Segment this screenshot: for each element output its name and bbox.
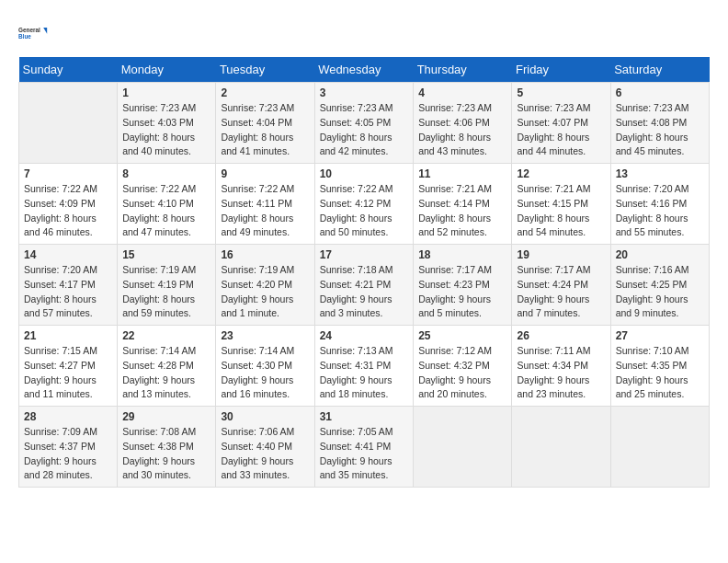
day-number: 10 [320,167,409,180]
day-number: 5 [517,86,605,99]
day-cell: 17Sunrise: 7:18 AMSunset: 4:21 PMDayligh… [314,245,414,326]
day-info: Sunrise: 7:14 AMSunset: 4:28 PMDaylight:… [122,344,210,402]
day-info: Sunrise: 7:22 AMSunset: 4:11 PMDaylight:… [221,182,309,240]
day-cell: 3Sunrise: 7:23 AMSunset: 4:05 PMDaylight… [314,83,414,164]
day-number: 28 [24,410,112,423]
day-cell [512,407,610,488]
day-cell: 27Sunrise: 7:10 AMSunset: 4:35 PMDayligh… [610,326,709,407]
day-info: Sunrise: 7:13 AMSunset: 4:31 PMDaylight:… [320,344,409,402]
day-number: 11 [418,167,506,180]
day-info: Sunrise: 7:06 AMSunset: 4:40 PMDaylight:… [221,425,309,483]
day-number: 13 [616,167,704,180]
day-info: Sunrise: 7:17 AMSunset: 4:24 PMDaylight:… [517,263,605,321]
weekday-header-friday: Friday [512,57,610,83]
day-cell: 10Sunrise: 7:22 AMSunset: 4:12 PMDayligh… [314,164,414,245]
day-cell: 31Sunrise: 7:05 AMSunset: 4:41 PMDayligh… [314,407,414,488]
day-cell: 12Sunrise: 7:21 AMSunset: 4:15 PMDayligh… [512,164,610,245]
day-cell: 18Sunrise: 7:17 AMSunset: 4:23 PMDayligh… [414,245,512,326]
day-number: 1 [122,86,210,99]
day-cell: 20Sunrise: 7:16 AMSunset: 4:25 PMDayligh… [610,245,709,326]
day-cell: 4Sunrise: 7:23 AMSunset: 4:06 PMDaylight… [414,83,512,164]
calendar-table: SundayMondayTuesdayWednesdayThursdayFrid… [18,57,710,488]
week-row-1: 1Sunrise: 7:23 AMSunset: 4:03 PMDaylight… [19,83,710,164]
weekday-header-wednesday: Wednesday [314,57,414,83]
day-info: Sunrise: 7:08 AMSunset: 4:38 PMDaylight:… [122,425,210,483]
day-info: Sunrise: 7:16 AMSunset: 4:25 PMDaylight:… [616,263,704,321]
day-info: Sunrise: 7:19 AMSunset: 4:20 PMDaylight:… [221,263,309,321]
day-number: 25 [418,329,506,342]
day-cell: 7Sunrise: 7:22 AMSunset: 4:09 PMDaylight… [19,164,118,245]
day-info: Sunrise: 7:23 AMSunset: 4:07 PMDaylight:… [517,101,605,159]
day-number: 30 [221,410,309,423]
day-number: 12 [517,167,605,180]
day-cell: 28Sunrise: 7:09 AMSunset: 4:37 PMDayligh… [19,407,118,488]
weekday-header-thursday: Thursday [414,57,512,83]
day-cell: 1Sunrise: 7:23 AMSunset: 4:03 PMDaylight… [118,83,216,164]
day-number: 4 [418,86,506,99]
day-info: Sunrise: 7:23 AMSunset: 4:04 PMDaylight:… [221,101,309,159]
week-row-5: 28Sunrise: 7:09 AMSunset: 4:37 PMDayligh… [19,407,710,488]
day-number: 20 [616,248,704,261]
day-number: 26 [517,329,605,342]
day-info: Sunrise: 7:20 AMSunset: 4:16 PMDaylight:… [616,182,704,240]
svg-text:General: General [18,27,40,33]
day-info: Sunrise: 7:23 AMSunset: 4:06 PMDaylight:… [418,101,506,159]
day-number: 6 [616,86,704,99]
day-cell: 11Sunrise: 7:21 AMSunset: 4:14 PMDayligh… [414,164,512,245]
day-cell: 13Sunrise: 7:20 AMSunset: 4:16 PMDayligh… [610,164,709,245]
day-info: Sunrise: 7:19 AMSunset: 4:19 PMDaylight:… [122,263,210,321]
weekday-header-monday: Monday [118,57,216,83]
day-cell: 9Sunrise: 7:22 AMSunset: 4:11 PMDaylight… [216,164,314,245]
day-cell: 24Sunrise: 7:13 AMSunset: 4:31 PMDayligh… [314,326,414,407]
day-cell: 6Sunrise: 7:23 AMSunset: 4:08 PMDaylight… [610,83,709,164]
day-number: 16 [221,248,309,261]
day-info: Sunrise: 7:15 AMSunset: 4:27 PMDaylight:… [24,344,112,402]
day-info: Sunrise: 7:22 AMSunset: 4:09 PMDaylight:… [24,182,112,240]
day-cell: 2Sunrise: 7:23 AMSunset: 4:04 PMDaylight… [216,83,314,164]
header: GeneralBlue [18,18,710,48]
day-number: 23 [221,329,309,342]
weekday-header-row: SundayMondayTuesdayWednesdayThursdayFrid… [19,57,710,83]
day-info: Sunrise: 7:21 AMSunset: 4:15 PMDaylight:… [517,182,605,240]
day-cell: 26Sunrise: 7:11 AMSunset: 4:34 PMDayligh… [512,326,610,407]
weekday-header-sunday: Sunday [19,57,118,83]
week-row-4: 21Sunrise: 7:15 AMSunset: 4:27 PMDayligh… [19,326,710,407]
day-number: 15 [122,248,210,261]
day-cell: 29Sunrise: 7:08 AMSunset: 4:38 PMDayligh… [118,407,216,488]
day-cell: 5Sunrise: 7:23 AMSunset: 4:07 PMDaylight… [512,83,610,164]
day-info: Sunrise: 7:18 AMSunset: 4:21 PMDaylight:… [320,263,409,321]
day-cell: 30Sunrise: 7:06 AMSunset: 4:40 PMDayligh… [216,407,314,488]
day-cell [610,407,709,488]
day-cell: 23Sunrise: 7:14 AMSunset: 4:30 PMDayligh… [216,326,314,407]
day-number: 18 [418,248,506,261]
day-cell: 8Sunrise: 7:22 AMSunset: 4:10 PMDaylight… [118,164,216,245]
day-number: 27 [616,329,704,342]
day-cell [414,407,512,488]
day-info: Sunrise: 7:22 AMSunset: 4:12 PMDaylight:… [320,182,409,240]
day-number: 17 [320,248,409,261]
day-info: Sunrise: 7:11 AMSunset: 4:34 PMDaylight:… [517,344,605,402]
day-number: 3 [320,86,409,99]
day-number: 9 [221,167,309,180]
day-info: Sunrise: 7:23 AMSunset: 4:03 PMDaylight:… [122,101,210,159]
day-cell: 15Sunrise: 7:19 AMSunset: 4:19 PMDayligh… [118,245,216,326]
weekday-header-tuesday: Tuesday [216,57,314,83]
weekday-header-saturday: Saturday [610,57,709,83]
day-cell: 14Sunrise: 7:20 AMSunset: 4:17 PMDayligh… [19,245,118,326]
day-info: Sunrise: 7:05 AMSunset: 4:41 PMDaylight:… [320,425,409,483]
day-number: 21 [24,329,112,342]
day-cell [19,83,118,164]
week-row-3: 14Sunrise: 7:20 AMSunset: 4:17 PMDayligh… [19,245,710,326]
day-number: 19 [517,248,605,261]
day-info: Sunrise: 7:21 AMSunset: 4:14 PMDaylight:… [418,182,506,240]
logo-icon: GeneralBlue [18,18,48,48]
day-info: Sunrise: 7:23 AMSunset: 4:08 PMDaylight:… [616,101,704,159]
day-number: 2 [221,86,309,99]
day-info: Sunrise: 7:20 AMSunset: 4:17 PMDaylight:… [24,263,112,321]
day-cell: 21Sunrise: 7:15 AMSunset: 4:27 PMDayligh… [19,326,118,407]
day-info: Sunrise: 7:23 AMSunset: 4:05 PMDaylight:… [320,101,409,159]
day-number: 8 [122,167,210,180]
svg-text:Blue: Blue [18,33,31,40]
logo: GeneralBlue [18,18,48,48]
week-row-2: 7Sunrise: 7:22 AMSunset: 4:09 PMDaylight… [19,164,710,245]
